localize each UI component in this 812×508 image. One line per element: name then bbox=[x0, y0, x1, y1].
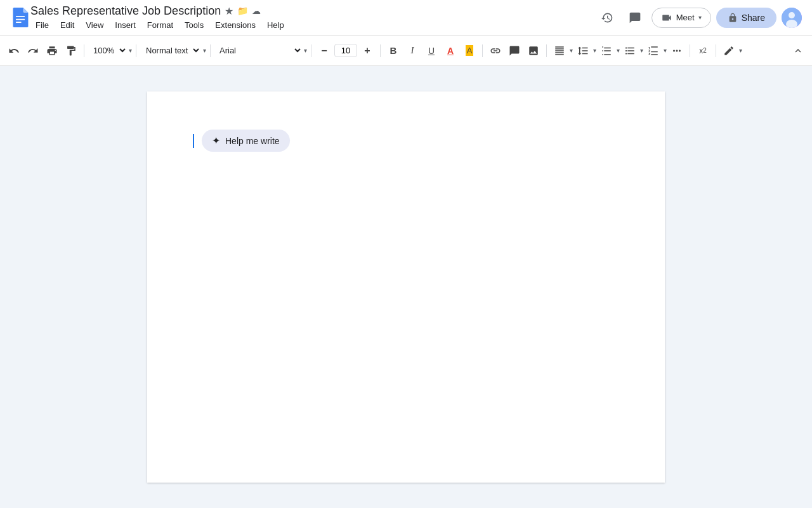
style-dropdown-arrow: ▾ bbox=[203, 47, 206, 54]
divider-3 bbox=[210, 44, 211, 57]
redo-button[interactable] bbox=[24, 42, 42, 60]
user-avatar[interactable] bbox=[782, 8, 802, 28]
align-dropdown-arrow: ▾ bbox=[570, 47, 573, 54]
numbered-list-dropdown-arrow: ▾ bbox=[664, 47, 667, 54]
line-spacing-dropdown-arrow: ▾ bbox=[593, 47, 596, 54]
share-button[interactable]: Share bbox=[716, 8, 776, 28]
align-button[interactable] bbox=[551, 42, 568, 60]
underline-button[interactable]: U bbox=[422, 42, 440, 60]
checklist-button[interactable] bbox=[598, 42, 615, 60]
menu-bar: File Edit View Insert Format Tools Exten… bbox=[30, 19, 596, 31]
italic-button[interactable]: I bbox=[403, 42, 421, 60]
more-options-button[interactable] bbox=[668, 42, 686, 60]
menu-insert[interactable]: Insert bbox=[110, 19, 141, 31]
print-button[interactable] bbox=[43, 42, 61, 60]
divider-2 bbox=[136, 44, 136, 57]
divider-6 bbox=[482, 44, 483, 57]
meet-button[interactable]: Meet ▾ bbox=[652, 8, 711, 28]
collapse-toolbar-button[interactable] bbox=[789, 42, 807, 60]
svg-point-4 bbox=[789, 12, 795, 18]
format-paint-button[interactable] bbox=[62, 42, 80, 60]
zoom-select[interactable]: 100% 75% 50% 125% 150% bbox=[88, 44, 128, 57]
menu-format[interactable]: Format bbox=[142, 19, 178, 31]
insert-comment-button[interactable] bbox=[506, 42, 523, 60]
menu-edit[interactable]: Edit bbox=[55, 19, 79, 31]
draw-button[interactable] bbox=[720, 42, 738, 60]
header-right: Meet ▾ Share bbox=[596, 6, 802, 29]
menu-extensions[interactable]: Extensions bbox=[210, 19, 261, 31]
menu-help[interactable]: Help bbox=[262, 19, 289, 31]
insert-image-button[interactable] bbox=[525, 42, 542, 60]
divider-1 bbox=[84, 44, 84, 57]
highlight-button[interactable]: A bbox=[461, 42, 478, 60]
star-icon[interactable]: ★ bbox=[225, 5, 233, 17]
cloud-icon[interactable]: ☁ bbox=[252, 6, 261, 16]
history-button[interactable] bbox=[596, 6, 619, 29]
divider-9 bbox=[716, 44, 716, 57]
title-section: Sales Representative Job Description ★ 📁… bbox=[30, 4, 596, 31]
divider-4 bbox=[311, 44, 311, 57]
share-label: Share bbox=[742, 13, 765, 23]
font-size-increase-button[interactable]: + bbox=[358, 42, 376, 60]
sparkle-icon: ✦ bbox=[212, 135, 220, 147]
title-bar: Sales Representative Job Description ★ 📁… bbox=[0, 0, 812, 36]
menu-tools[interactable]: Tools bbox=[180, 19, 209, 31]
doc-title[interactable]: Sales Representative Job Description bbox=[30, 4, 221, 18]
document-page: ✦ Help me write bbox=[147, 91, 665, 483]
bullet-list-button[interactable] bbox=[621, 42, 639, 60]
folder-icon[interactable]: 📁 bbox=[237, 6, 248, 16]
svg-rect-1 bbox=[16, 18, 25, 20]
help-me-write-button[interactable]: ✦ Help me write bbox=[202, 130, 290, 152]
avatar-image bbox=[782, 8, 802, 28]
meet-dropdown-arrow: ▾ bbox=[698, 14, 702, 21]
menu-view[interactable]: View bbox=[81, 19, 108, 31]
google-docs-icon bbox=[10, 8, 30, 28]
doc-title-row: Sales Representative Job Description ★ 📁… bbox=[30, 4, 596, 18]
divider-8 bbox=[690, 44, 690, 57]
comments-button[interactable] bbox=[624, 6, 646, 29]
undo-button[interactable] bbox=[5, 42, 23, 60]
divider-5 bbox=[380, 44, 381, 57]
cursor-line: ✦ Help me write bbox=[193, 130, 619, 152]
bullet-dropdown-arrow: ▾ bbox=[640, 47, 643, 54]
help-me-write-label: Help me write bbox=[225, 136, 280, 146]
font-size-decrease-button[interactable]: − bbox=[315, 42, 333, 60]
font-size-input[interactable] bbox=[334, 44, 357, 57]
checklist-dropdown-arrow: ▾ bbox=[617, 47, 620, 54]
meet-label: Meet bbox=[676, 13, 695, 22]
insert-link-button[interactable] bbox=[487, 42, 504, 60]
zoom-dropdown-arrow: ▾ bbox=[129, 47, 132, 54]
document-area: ✦ Help me write bbox=[0, 66, 812, 508]
svg-rect-0 bbox=[16, 16, 25, 17]
font-dropdown-arrow: ▾ bbox=[304, 47, 307, 54]
line-spacing-button[interactable] bbox=[574, 42, 592, 60]
menu-file[interactable]: File bbox=[30, 19, 54, 31]
bold-button[interactable]: B bbox=[384, 42, 402, 60]
text-color-button[interactable]: A bbox=[442, 42, 459, 60]
divider-7 bbox=[546, 44, 547, 57]
numbered-list-button[interactable] bbox=[645, 42, 662, 60]
pen-dropdown-arrow: ▾ bbox=[739, 47, 742, 54]
text-cursor bbox=[193, 134, 194, 148]
sub-superscript-button[interactable]: x2 bbox=[694, 42, 712, 60]
toolbar: 100% 75% 50% 125% 150% ▾ Normal text Hea… bbox=[0, 36, 812, 66]
style-select[interactable]: Normal text Heading 1 Heading 2 Heading … bbox=[140, 43, 202, 58]
font-select[interactable]: Arial Times New Roman Verdana bbox=[214, 44, 303, 57]
svg-rect-2 bbox=[16, 22, 22, 23]
